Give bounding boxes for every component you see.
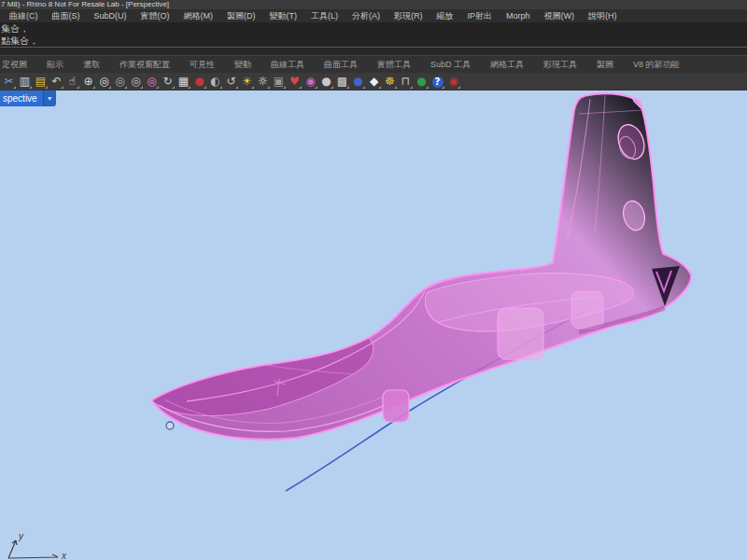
command-history: 集合，點集合， (0, 22, 747, 47)
point-object[interactable] (166, 422, 174, 429)
zoom-window-icon[interactable]: ◎ (128, 74, 144, 90)
menu-item-11[interactable]: IP射出 (468, 10, 493, 22)
menu-item-10[interactable]: 縮放 (437, 10, 454, 22)
viewport-title-label[interactable]: spective (0, 91, 43, 106)
menu-item-14[interactable]: 說明(H) (588, 10, 617, 22)
command-history-line: 點集合， (0, 35, 747, 47)
menu-item-0[interactable]: 曲線(C) (9, 10, 38, 22)
viewport-layout-icon[interactable]: ▦ (176, 74, 191, 90)
menu-item-6[interactable]: 變動(T) (270, 10, 298, 22)
cplane-axis-icon (8, 540, 58, 558)
menu-item-3[interactable]: 實體(O) (141, 10, 170, 22)
rotate-view-icon[interactable]: ↻ (160, 74, 176, 90)
command-input-row[interactable] (0, 48, 747, 55)
menu-bar: 曲線(C)曲面(S)SubD(U)實體(O)網格(M)製圖(D)變動(T)工具(… (0, 9, 747, 22)
toolbar-tab-0[interactable]: 定視圖 (2, 59, 27, 71)
cut-icon[interactable]: ✂ (1, 74, 17, 90)
render-blue-icon[interactable]: ● (350, 74, 366, 90)
paste-icon[interactable]: ▤ (33, 74, 49, 90)
help-icon[interactable]: ? (430, 74, 445, 90)
lock-icon[interactable]: ▣ (271, 74, 287, 90)
axis-label-y: y (18, 531, 24, 541)
menu-item-9[interactable]: 彩現(R) (394, 10, 423, 22)
gear-icon[interactable]: ☸ (382, 74, 398, 90)
rhino-icon[interactable]: ◉ (445, 74, 461, 90)
model-object[interactable] (152, 93, 691, 439)
zoom-dynamic-icon[interactable]: ◎ (112, 74, 128, 90)
menu-item-4[interactable]: 網格(M) (184, 10, 214, 22)
window-title: 7 M8) - Rhino 8 Not For Resale Lab - [Pe… (1, 0, 169, 8)
axis-label-x: x (61, 551, 67, 560)
zoom-extents-icon[interactable]: ◎ (96, 74, 112, 90)
menu-item-12[interactable]: Morph (506, 11, 530, 21)
copy-icon[interactable]: ▥ (17, 74, 33, 90)
toolbar-tab-13[interactable]: V8 的新功能 (633, 59, 680, 71)
toolbar-tab-4[interactable]: 可見性 (190, 59, 215, 71)
viewport-menu-caret-icon[interactable]: ▼ (43, 91, 56, 106)
material-icon[interactable]: ♥ (287, 74, 303, 90)
shaded-mode-icon[interactable]: ● (191, 74, 207, 90)
menu-item-5[interactable]: 製圖(D) (227, 10, 256, 22)
bulb-icon[interactable]: ☼ (255, 74, 271, 90)
toolbar-tab-8[interactable]: 實體工具 (377, 59, 411, 71)
menu-item-7[interactable]: 工具(L) (311, 10, 338, 22)
render-flash-icon[interactable]: ◆ (366, 74, 382, 90)
viewport-title-tab[interactable]: spective ▼ (0, 91, 56, 106)
toolbar-tab-9[interactable]: SubD 工具 (430, 59, 471, 71)
menu-item-13[interactable]: 視圖(W) (544, 10, 575, 22)
color-wheel-icon[interactable]: ◉ (303, 74, 318, 90)
toolbar-icon-bar: ✂▥▤↶☝⊕◎◎◎◎↻▦●◐↺☀☼▣♥◉●▩●◆☸⊓●?◉ (0, 73, 747, 91)
viewport-canvas[interactable]: y x (0, 91, 747, 560)
undo-icon[interactable]: ↶ (49, 74, 64, 90)
toolbar-tab-7[interactable]: 曲面工具 (324, 59, 358, 71)
menu-item-8[interactable]: 分析(A) (352, 10, 380, 22)
menu-item-1[interactable]: 曲面(S) (52, 10, 80, 22)
toolbar-tab-6[interactable]: 曲線工具 (271, 59, 304, 71)
toolbar-tab-10[interactable]: 網格工具 (490, 59, 524, 71)
menu-item-2[interactable]: SubD(U) (94, 11, 127, 21)
toolbar-tab-3[interactable]: 作業視窗配置 (120, 59, 170, 71)
mesh-selection-icon[interactable]: ▩ (334, 74, 350, 90)
refresh-view-icon[interactable]: ↺ (223, 74, 239, 90)
ghosted-mode-icon[interactable]: ◐ (207, 74, 223, 90)
pan-icon[interactable]: ☝ (64, 74, 80, 90)
toolbar-tab-12[interactable]: 製圖 (597, 59, 613, 71)
toolbar-tab-5[interactable]: 變動 (234, 59, 251, 71)
zoom-selected-icon[interactable]: ◎ (144, 74, 160, 90)
light-icon[interactable]: ☀ (239, 74, 255, 90)
toolbar-tab-2[interactable]: 選取 (83, 59, 100, 71)
move-icon[interactable]: ⊕ (80, 74, 96, 90)
command-history-line: 集合， (0, 22, 747, 35)
render-sphere-icon[interactable]: ● (318, 74, 334, 90)
toolbar-tab-11[interactable]: 彩現工具 (543, 59, 577, 71)
render-green-icon[interactable]: ● (414, 74, 430, 90)
toolbar-tab-1[interactable]: 顯示 (47, 59, 63, 71)
perspective-viewport[interactable]: spective ▼ (0, 91, 747, 560)
history-icon[interactable]: ⊓ (398, 74, 414, 90)
window-titlebar: 7 M8) - Rhino 8 Not For Resale Lab - [Pe… (0, 0, 747, 9)
